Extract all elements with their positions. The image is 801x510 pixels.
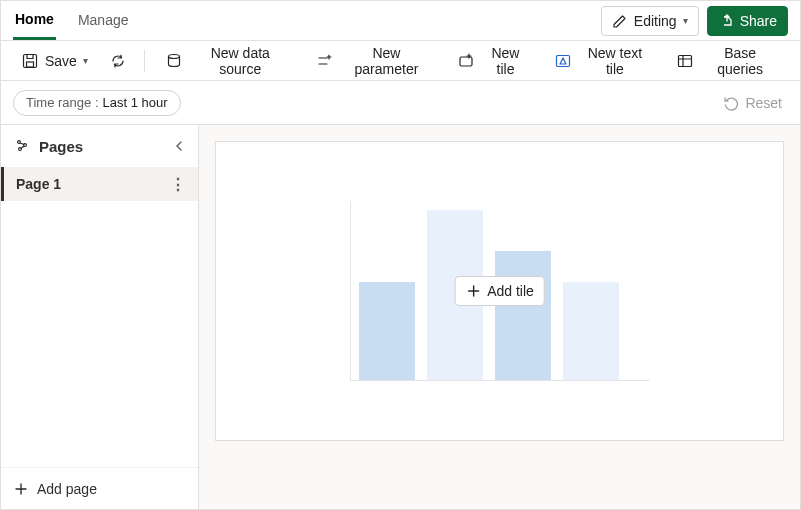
filter-row: Time range : Last 1 hour Reset — [1, 81, 800, 125]
pencil-icon — [612, 13, 628, 29]
time-range-pill[interactable]: Time range : Last 1 hour — [13, 90, 181, 116]
base-queries-button[interactable]: Base queries — [668, 45, 788, 77]
page-item-1[interactable]: Page 1 ⋮ — [1, 167, 198, 201]
add-page-button[interactable]: Add page — [1, 467, 198, 509]
save-button[interactable]: Save ▾ — [13, 45, 96, 77]
page-item-label: Page 1 — [16, 176, 61, 192]
page-item-more-button[interactable]: ⋮ — [164, 175, 192, 194]
pages-title: Pages — [39, 138, 83, 155]
new-text-tile-label: New text tile — [578, 45, 652, 77]
placeholder-bar — [495, 251, 551, 380]
base-queries-icon — [676, 52, 694, 70]
new-parameter-button[interactable]: New parameter — [308, 45, 442, 77]
placeholder-bar — [359, 282, 415, 380]
chevron-down-icon: ▾ — [683, 15, 688, 26]
editing-mode-button[interactable]: Editing ▾ — [601, 6, 699, 36]
plus-icon — [465, 283, 481, 299]
placeholder-bar — [563, 282, 619, 380]
header-row: Home Manage Editing ▾ Share — [1, 1, 800, 41]
new-text-tile-button[interactable]: New text tile — [546, 45, 660, 77]
add-tile-button[interactable]: Add tile — [454, 276, 545, 306]
svg-rect-5 — [679, 55, 692, 66]
new-tile-label: New tile — [481, 45, 529, 77]
save-label: Save — [45, 53, 77, 69]
time-range-label: Time range : — [26, 95, 99, 110]
refresh-button[interactable] — [104, 47, 132, 75]
reset-button[interactable]: Reset — [717, 94, 788, 112]
save-icon — [21, 52, 39, 70]
tile-icon — [457, 52, 475, 70]
chevron-down-icon: ▾ — [83, 55, 88, 66]
svg-rect-3 — [460, 57, 472, 66]
new-data-source-label: New data source — [189, 45, 292, 77]
editing-label: Editing — [634, 13, 677, 29]
plus-icon — [13, 481, 29, 497]
collapse-sidebar-button[interactable] — [172, 139, 186, 153]
svg-point-2 — [168, 54, 179, 58]
undo-icon — [723, 95, 739, 111]
share-button[interactable]: Share — [707, 6, 788, 36]
database-icon — [165, 52, 183, 70]
share-label: Share — [740, 13, 777, 29]
main-tabs: Home Manage — [13, 1, 131, 40]
pages-icon — [13, 137, 31, 155]
tab-home[interactable]: Home — [13, 1, 56, 40]
divider — [144, 50, 145, 72]
share-icon — [718, 13, 734, 29]
add-tile-label: Add tile — [487, 283, 534, 299]
base-queries-label: Base queries — [700, 45, 780, 77]
svg-rect-4 — [556, 55, 569, 66]
pages-sidebar: Pages Page 1 ⋮ Add page — [1, 125, 199, 509]
canvas-area: Add tile — [199, 125, 800, 509]
toolbar: Save ▾ New data source New parameter New… — [1, 41, 800, 81]
new-tile-button[interactable]: New tile — [449, 45, 537, 77]
svg-point-6 — [18, 141, 21, 144]
dashboard-canvas[interactable]: Add tile — [215, 141, 784, 441]
parameter-icon — [316, 52, 334, 70]
tab-manage[interactable]: Manage — [76, 1, 131, 40]
pages-header: Pages — [1, 125, 198, 167]
time-range-value: Last 1 hour — [103, 95, 168, 110]
svg-rect-1 — [27, 62, 34, 67]
refresh-icon — [109, 52, 127, 70]
svg-rect-0 — [24, 54, 37, 67]
add-page-label: Add page — [37, 481, 97, 497]
main-area: Pages Page 1 ⋮ Add page — [1, 125, 800, 509]
new-parameter-label: New parameter — [340, 45, 434, 77]
new-data-source-button[interactable]: New data source — [157, 45, 300, 77]
text-tile-icon — [554, 52, 572, 70]
reset-label: Reset — [745, 95, 782, 111]
